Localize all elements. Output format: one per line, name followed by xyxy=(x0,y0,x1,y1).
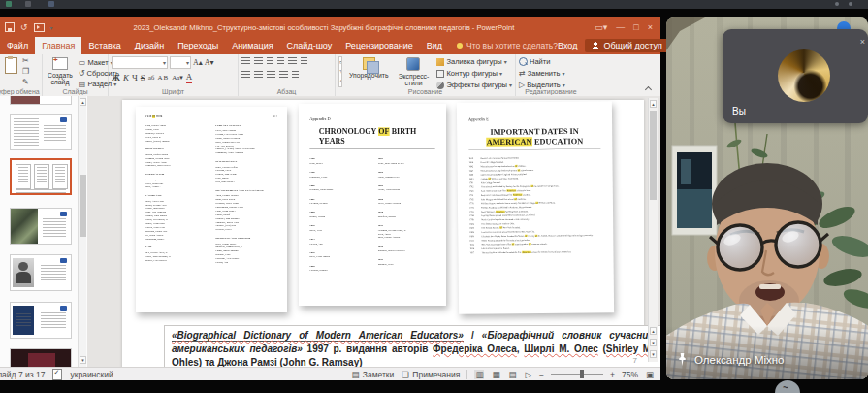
slide-counter[interactable]: Слайд 7 из 17 xyxy=(0,370,45,379)
ribbon-tab[interactable]: Вид xyxy=(420,37,449,54)
arrange-button[interactable]: Упорядочить xyxy=(347,56,390,80)
spell-check-icon[interactable] xyxy=(52,369,62,380)
tell-me-box[interactable]: Что вы хотите сделать? xyxy=(457,37,558,54)
undo-icon[interactable]: ↺ xyxy=(20,22,28,32)
maximize-button[interactable]: □ xyxy=(633,22,638,32)
zoom-in-button[interactable]: + xyxy=(610,370,615,379)
format-painter-icon[interactable]: ✎ xyxy=(22,78,29,86)
paste-button[interactable] xyxy=(3,56,19,86)
close-icon[interactable]: × xyxy=(860,37,865,47)
scroll-up-icon[interactable]: ▴ xyxy=(650,100,657,108)
shrink-font-icon[interactable]: А▾ xyxy=(205,58,214,67)
scroll-up-icon[interactable]: ▴ xyxy=(80,98,86,106)
font-size-combobox[interactable]: ▾ xyxy=(170,56,191,69)
caption-text-box[interactable]: «Biographical Dictionary of Modern Ameri… xyxy=(164,325,660,367)
zoom-out-button[interactable]: − xyxy=(539,370,544,379)
font-color-button[interactable]: А xyxy=(186,72,193,83)
scrollbar-thumb[interactable] xyxy=(650,111,657,200)
book-page-field-of-work[interactable]: Field of Work 377 King, Edward AugustLem… xyxy=(136,107,287,312)
slideshow-icon[interactable] xyxy=(34,23,45,32)
ribbon-tab[interactable]: Слайд-шоу xyxy=(280,37,339,54)
slide-thumbnail[interactable] xyxy=(10,96,72,105)
book-page-appendix-e[interactable]: Appendix E IMPORTANT DATES IN AMERICAN E… xyxy=(457,101,614,314)
zoom-level[interactable]: 75% xyxy=(622,370,638,379)
current-slide[interactable]: Field of Work 377 King, Edward AugustLem… xyxy=(122,100,644,367)
character-spacing-button[interactable]: АВ xyxy=(157,74,169,82)
numbering-icon[interactable] xyxy=(254,57,263,65)
slide-scrollbar[interactable]: ▴ ▴ ▾ ▾ xyxy=(648,98,658,362)
shapes-gallery[interactable]: ▭╲▢◯▱△ ▽◇☆▷❨❩ ∿✦▭◯△☆ xyxy=(338,56,342,87)
previous-slide-icon[interactable]: ▴ xyxy=(650,327,657,335)
system-app-icon[interactable] xyxy=(25,1,31,7)
ribbon-tab[interactable]: Вставка xyxy=(81,37,127,54)
align-right-icon[interactable] xyxy=(267,71,275,79)
change-case-button[interactable]: Аа▾ xyxy=(172,74,183,82)
justify-icon[interactable] xyxy=(279,71,288,79)
ribbon-tab[interactable]: Рецензирование xyxy=(338,37,420,54)
copy-icon[interactable]: ❐ xyxy=(22,67,29,76)
ribbon-tab[interactable]: Файл xyxy=(0,37,35,54)
ribbon-tab[interactable]: Переходы xyxy=(171,37,225,54)
thumbnail-scrollbar[interactable]: ▴ ▾ xyxy=(78,96,86,367)
zoom-slider-thumb[interactable] xyxy=(580,370,584,378)
notes-button[interactable]: ▤ Заметки xyxy=(350,370,394,379)
shape-outline-button[interactable]: Контур фигуры▾ xyxy=(436,69,512,78)
save-icon[interactable] xyxy=(5,22,15,32)
scrollbar-thumb[interactable] xyxy=(80,175,86,237)
ribbon-tab[interactable]: Главная xyxy=(35,37,81,54)
book-page-appendix-d[interactable]: Appendix D CHRONOLOGY OF BIRTH YEARS 170… xyxy=(299,104,446,306)
slide-thumbnail[interactable] xyxy=(10,348,72,367)
bullets-icon[interactable] xyxy=(241,57,250,65)
system-tray-icon[interactable] xyxy=(835,2,839,6)
reaction-button[interactable] xyxy=(775,380,800,393)
system-tray-icon[interactable] xyxy=(849,2,852,6)
next-slide-icon[interactable]: ▾ xyxy=(650,339,657,346)
reading-view-icon[interactable]: ▤ xyxy=(507,370,517,379)
text-direction-icon[interactable] xyxy=(301,57,307,65)
slide-thumbnail[interactable] xyxy=(10,114,72,150)
slide-thumbnail[interactable] xyxy=(10,208,72,245)
decrease-indent-icon[interactable] xyxy=(267,57,273,65)
slide-sorter-view-icon[interactable]: ▦ xyxy=(491,370,500,379)
sign-in-button[interactable]: Вход xyxy=(558,41,577,50)
align-left-icon[interactable] xyxy=(241,71,250,79)
ribbon-display-options-icon[interactable]: ▭▾ xyxy=(595,22,607,32)
pin-icon[interactable] xyxy=(677,352,688,367)
slide-thumbnail[interactable] xyxy=(10,254,72,291)
quick-styles-button[interactable]: Экспресс-стили xyxy=(395,56,432,88)
share-button[interactable]: Общий доступ xyxy=(585,39,668,52)
comments-button[interactable]: ❏ Примечания xyxy=(401,370,460,379)
strikethrough-button[interactable]: S xyxy=(141,73,145,82)
scroll-down-icon[interactable]: ▾ xyxy=(80,356,86,364)
scroll-down-icon[interactable]: ▾ xyxy=(650,350,657,358)
find-button[interactable]: Найти xyxy=(519,57,583,66)
normal-view-icon[interactable]: ▥ xyxy=(474,370,484,379)
replace-button[interactable]: ⇄Заменить▾ xyxy=(519,69,583,78)
columns-icon[interactable] xyxy=(292,71,299,79)
slide-thumbnail[interactable] xyxy=(10,302,72,339)
new-slide-button[interactable]: Создать слайд xyxy=(46,56,75,88)
close-button[interactable]: × xyxy=(648,22,653,32)
language-indicator[interactable]: украинский xyxy=(70,370,113,379)
minimize-button[interactable]: — xyxy=(616,22,625,32)
font-name-combobox[interactable]: ▾ xyxy=(112,56,168,69)
shape-fill-button[interactable]: Заливка фигуры▾ xyxy=(436,57,512,66)
zoom-slider[interactable] xyxy=(551,374,603,375)
align-center-icon[interactable] xyxy=(254,71,263,79)
self-view-tile[interactable]: Вы × xyxy=(723,29,868,123)
ribbon-tab[interactable]: Анимация xyxy=(225,37,279,54)
line-spacing-icon[interactable] xyxy=(288,57,297,65)
collapse-ribbon-icon[interactable] xyxy=(645,86,652,93)
bold-button[interactable]: Ж xyxy=(112,73,120,82)
fit-to-window-icon[interactable]: ▣ xyxy=(645,370,655,379)
webcam-video[interactable]: Олександр Міхно Вы × xyxy=(666,17,868,379)
ribbon-tab[interactable]: Дизайн xyxy=(128,37,171,54)
italic-button[interactable]: К xyxy=(123,73,129,82)
system-app-icon[interactable] xyxy=(6,1,12,7)
grow-font-icon[interactable]: А▴ xyxy=(193,58,203,67)
underline-button[interactable]: Ч xyxy=(132,73,138,82)
slideshow-view-icon[interactable]: ▷ xyxy=(524,370,532,379)
increase-indent-icon[interactable] xyxy=(277,57,284,65)
system-app-icon[interactable] xyxy=(48,1,54,7)
text-shadow-button[interactable]: аб xyxy=(148,74,155,82)
